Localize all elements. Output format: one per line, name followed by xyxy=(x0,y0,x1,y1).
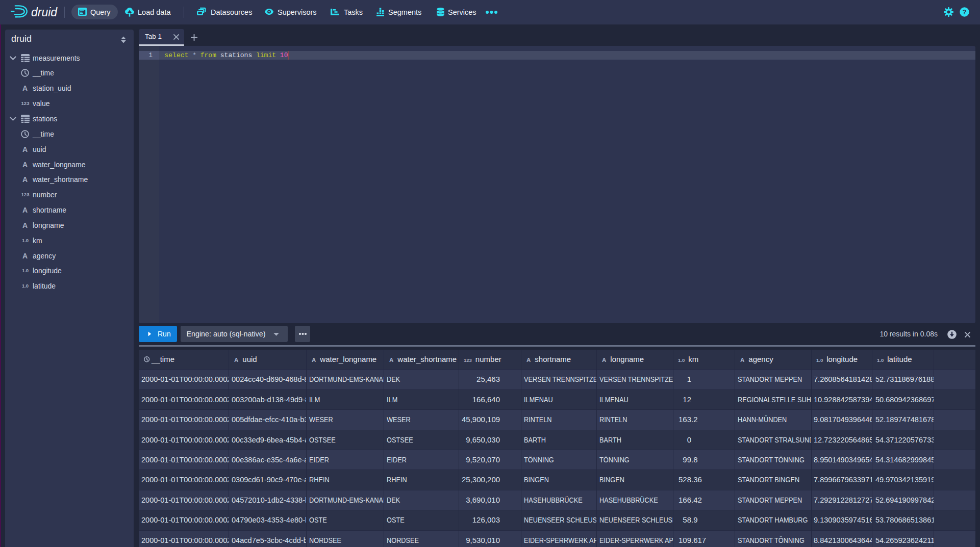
svg-text:?: ? xyxy=(963,8,967,16)
